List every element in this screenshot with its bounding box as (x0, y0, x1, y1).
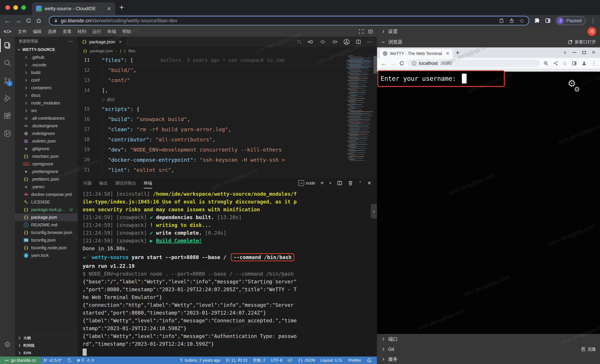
code-line-14[interactable]: 14], (78, 85, 377, 95)
panel-tab-输出[interactable]: 输出 (99, 177, 108, 188)
kill-terminal-icon[interactable] (347, 180, 353, 186)
remote-indicator[interactable]: >< go.titanide.cn (0, 356, 40, 364)
bookmark-star-icon[interactable]: ☆ (519, 17, 524, 24)
close-panel-icon[interactable]: ✕ (367, 180, 371, 186)
preview-address[interactable]: localhost:8080 (408, 59, 540, 67)
tree-file-.npmignore[interactable]: npm.npmignore (15, 160, 78, 168)
menu-item-转到[interactable]: 转到 (75, 29, 89, 34)
back-icon[interactable]: ← (4, 17, 10, 24)
preview-terminal-page[interactable]: Enter your username: ⚙⚙ (377, 69, 600, 334)
minimap-slider[interactable] (347, 60, 373, 67)
toggle-fullscreen-icon[interactable] (359, 29, 364, 34)
panel-tab-调试控制台[interactable]: 调试控制台 (115, 177, 136, 188)
reading-list-icon[interactable] (545, 18, 551, 24)
tree-folder-.vscode[interactable]: .vscode (15, 61, 78, 69)
tree-file-.prettierrc.json[interactable]: {}.prettierrc.json (15, 175, 78, 183)
preview-forward-icon[interactable]: → (390, 60, 396, 67)
extensions-icon[interactable] (0, 107, 15, 125)
formatter-item[interactable]: Prettier (347, 358, 362, 363)
tree-folder-docs[interactable]: docs (15, 92, 78, 99)
explorer-root[interactable]: WETTY-SOURCE (15, 46, 78, 54)
preview-reload-icon[interactable] (399, 61, 404, 66)
preview-minimize-icon[interactable] (572, 52, 576, 53)
tree-file-README.md[interactable]: iREADME.md (15, 221, 78, 229)
preview-tab[interactable]: WeTTY - The Web Terminal ✕ (380, 49, 452, 58)
tree-folder-containers[interactable]: containers (15, 84, 78, 92)
editor-tab-package-json[interactable]: {} package.json × (78, 37, 126, 47)
minimize-window-button[interactable] (13, 5, 18, 10)
settings-gear-icon[interactable]: ⚙ (0, 336, 15, 353)
explorer-actions-icon[interactable]: ⋯ (68, 38, 73, 44)
sidebar-section-大纲[interactable]: 大纲 (15, 334, 78, 342)
notifications-bell-icon[interactable] (366, 358, 373, 363)
code-line-15[interactable]: 15"scripts": { (78, 104, 377, 114)
blame-item[interactable]: butlerx, 2 years ago (178, 358, 222, 363)
split-editor-icon[interactable] (356, 39, 361, 45)
editor-scrollbar[interactable] (374, 56, 377, 74)
address-bar[interactable]: go.titanide.cn/ide/web/coding/wetty-sour… (49, 16, 529, 25)
zoom-icon[interactable] (543, 61, 549, 66)
tree-file-package-lock.js...[interactable]: {}package-lock.js...U (15, 206, 78, 214)
maximize-window-button[interactable] (21, 5, 26, 10)
search-icon[interactable] (0, 54, 15, 72)
tab-close-icon[interactable]: ✕ (107, 6, 111, 12)
cursor-position-item[interactable]: 行 11, 列 13 (225, 358, 248, 363)
preview-restore-icon[interactable] (582, 51, 586, 54)
clipboard-icon[interactable] (499, 18, 504, 23)
sidebar-section-时间线[interactable]: 时间线 (15, 342, 78, 349)
browser-menu-icon[interactable]: ⋮ (590, 17, 596, 24)
tree-file-LICENSE[interactable]: LICENSE (15, 198, 78, 206)
close-tab-icon[interactable]: × (119, 39, 122, 45)
menu-item-终端[interactable]: 终端 (104, 29, 119, 34)
preview-profile-icon[interactable] (581, 61, 587, 66)
menu-item-查看[interactable]: 查看 (60, 29, 75, 34)
tree-file-.gitignore[interactable]: .gitignore (15, 145, 78, 153)
prev-change-icon[interactable] (308, 39, 314, 45)
panel-expand-flap[interactable]: › (371, 204, 377, 219)
tree-file-yarn.lock[interactable]: yyarn.lock (15, 252, 78, 259)
browser-section[interactable]: 浏览器 新窗口打开 (377, 37, 600, 47)
open-new-window-button[interactable]: 新窗口打开 (568, 39, 596, 45)
editor-more-actions-icon[interactable]: ⋯ (367, 39, 373, 45)
encoding-item[interactable]: UTF-8 (270, 358, 283, 363)
preview-sidebar-icon[interactable] (572, 61, 577, 66)
close-window-button[interactable] (5, 5, 10, 10)
preview-tab-close-icon[interactable]: ✕ (446, 51, 450, 56)
explorer-icon[interactable] (0, 37, 15, 54)
preview-new-tab-icon[interactable]: + (456, 50, 460, 56)
tree-file-.yarnrc[interactable]: ≡.yarnrc (15, 183, 78, 191)
codelens-debug[interactable]: ▷ 调试 (78, 95, 377, 104)
preview-close-icon[interactable]: ✕ (592, 50, 596, 55)
extensions-puzzle-icon[interactable] (534, 18, 540, 24)
preview-back-icon[interactable]: ← (381, 60, 386, 67)
menu-item-运行[interactable]: 运行 (89, 29, 104, 34)
run-script-icon[interactable] (343, 39, 350, 45)
breadcrumb[interactable]: {} package.json › [ ] files (78, 47, 377, 55)
code-line-18[interactable]: 18"contributor": "all-contributors", (78, 134, 377, 145)
maximize-panel-icon[interactable]: ⌃ (358, 180, 362, 186)
tree-folder-.github[interactable]: .github (15, 54, 78, 61)
code-line-21[interactable]: 21"lint": "eslint src", (78, 165, 377, 175)
forward-icon[interactable]: → (15, 17, 21, 24)
code-line-20[interactable]: 20"docker-compose-entrypoint": "ssh-keys… (78, 155, 377, 165)
terminal-shell-select[interactable]: > node (298, 180, 315, 186)
language-item[interactable]: {}JSON (297, 358, 316, 363)
new-terminal-icon[interactable]: + (320, 179, 324, 187)
preview-menu-icon[interactable]: ⋮ (591, 60, 596, 66)
tree-file-tsconfig.browser.json[interactable]: {}tsconfig.browser.json (15, 229, 78, 236)
preview-share-icon[interactable] (553, 61, 558, 66)
sync-item[interactable] (64, 358, 74, 363)
services-section[interactable]: 服务 (377, 354, 600, 364)
tree-file-.prettierignore[interactable]: .prettierignore (15, 168, 78, 175)
tree-folder-build[interactable]: build (15, 69, 78, 76)
tree-file-package.json[interactable]: {}package.json (15, 214, 78, 221)
source-control-icon[interactable]: 1 (0, 72, 15, 89)
new-tab-button[interactable]: + (119, 3, 124, 11)
run-debug-icon[interactable] (0, 89, 15, 107)
ports-section[interactable]: 端口 (377, 334, 600, 344)
preview-star-icon[interactable]: ☆ (562, 60, 567, 66)
current-change-icon[interactable] (320, 39, 326, 45)
minimap[interactable] (347, 56, 373, 176)
code-line-13[interactable]: 13"conf/" (78, 75, 377, 85)
terminal-dropdown-icon[interactable]: ∨ (329, 181, 332, 185)
